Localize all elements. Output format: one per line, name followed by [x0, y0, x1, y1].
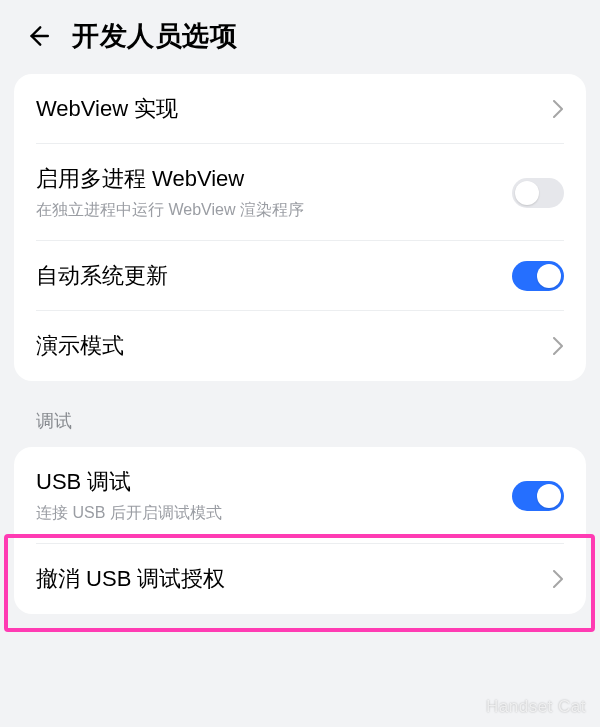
section-header-debug: 调试: [0, 409, 600, 447]
row-auto-system-update[interactable]: 自动系统更新: [14, 241, 586, 311]
row-title: WebView 实现: [36, 94, 178, 124]
settings-group-1: WebView 实现 启用多进程 WebView 在独立进程中运行 WebVie…: [14, 74, 586, 381]
row-webview-implementation[interactable]: WebView 实现: [14, 74, 586, 144]
toggle-usb-debugging[interactable]: [512, 481, 564, 511]
row-subtitle: 在独立进程中运行 WebView 渲染程序: [36, 200, 304, 221]
row-subtitle: 连接 USB 后开启调试模式: [36, 503, 222, 524]
chevron-right-icon: [552, 336, 564, 356]
row-title: 启用多进程 WebView: [36, 164, 304, 194]
toggle-knob: [515, 181, 539, 205]
toggle-multiprocess-webview[interactable]: [512, 178, 564, 208]
chevron-right-icon: [552, 569, 564, 589]
toggle-knob: [537, 484, 561, 508]
toggle-knob: [537, 264, 561, 288]
chevron-right-icon: [552, 99, 564, 119]
row-title: 撤消 USB 调试授权: [36, 564, 225, 594]
row-revoke-usb-auth[interactable]: 撤消 USB 调试授权: [14, 544, 586, 614]
toggle-auto-system-update[interactable]: [512, 261, 564, 291]
back-icon[interactable]: [24, 23, 50, 49]
row-title: USB 调试: [36, 467, 222, 497]
row-demo-mode[interactable]: 演示模式: [14, 311, 586, 381]
row-usb-debugging[interactable]: USB 调试 连接 USB 后开启调试模式: [14, 447, 586, 544]
row-title: 演示模式: [36, 331, 124, 361]
row-title: 自动系统更新: [36, 261, 168, 291]
page-title: 开发人员选项: [72, 18, 237, 54]
watermark: Handset Cat: [486, 697, 586, 717]
settings-group-2: USB 调试 连接 USB 后开启调试模式 撤消 USB 调试授权: [14, 447, 586, 614]
row-multiprocess-webview[interactable]: 启用多进程 WebView 在独立进程中运行 WebView 渲染程序: [14, 144, 586, 241]
